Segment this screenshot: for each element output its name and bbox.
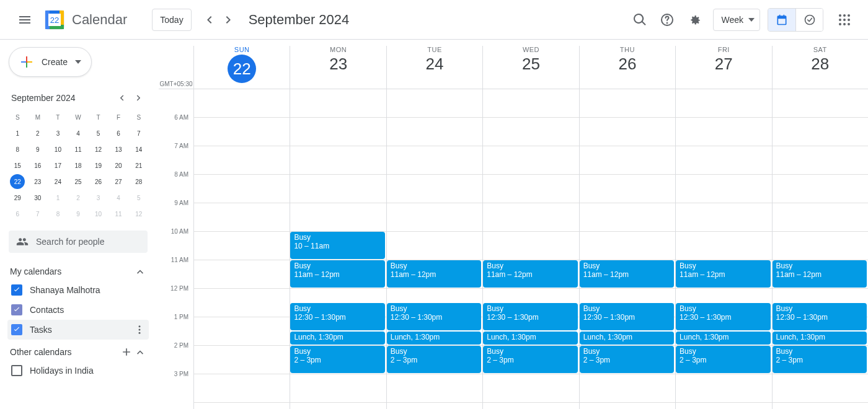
hour-cell[interactable] (773, 175, 868, 203)
calendar-event[interactable]: Lunch, 1:30pm (773, 332, 867, 345)
calendar-event[interactable]: Busy11am – 12pm (580, 260, 674, 288)
hour-cell[interactable] (580, 232, 675, 260)
plus-icon[interactable] (120, 346, 133, 358)
calendar-item[interactable]: Tasks (7, 320, 149, 340)
calendar-item[interactable]: Holidays in India (7, 361, 149, 380)
mini-day[interactable]: 10 (88, 206, 108, 222)
other-calendars-header[interactable]: Other calendars (7, 343, 149, 361)
hour-cell[interactable] (290, 89, 386, 118)
hour-cell[interactable] (483, 146, 578, 175)
hour-cell[interactable] (483, 118, 578, 146)
hour-cell[interactable] (483, 203, 578, 232)
day-number[interactable]: 26 (580, 55, 675, 74)
hour-cell[interactable] (290, 146, 386, 175)
calendar-event[interactable]: Busy2 – 3pm (483, 346, 577, 373)
day-header[interactable]: MON23 (290, 46, 386, 89)
hour-cell[interactable] (194, 89, 290, 118)
hour-cell[interactable] (194, 289, 290, 317)
calendar-event[interactable]: Busy11am – 12pm (290, 260, 384, 288)
search-button[interactable] (627, 7, 652, 32)
hour-cell[interactable] (194, 346, 290, 374)
hour-cell[interactable] (676, 203, 771, 232)
mini-day[interactable]: 20 (108, 157, 129, 174)
create-button[interactable]: Create (9, 47, 92, 77)
mini-day[interactable]: 6 (7, 206, 28, 222)
mini-day[interactable]: 9 (28, 141, 48, 157)
hour-cell[interactable] (483, 374, 578, 403)
hour-cell[interactable] (194, 175, 290, 203)
hour-cell[interactable] (676, 118, 771, 146)
hour-cell[interactable] (290, 175, 386, 203)
settings-button[interactable] (682, 7, 707, 32)
mini-day[interactable]: 28 (128, 174, 149, 190)
prev-week-button[interactable] (199, 10, 219, 30)
mini-day[interactable]: 13 (108, 141, 129, 157)
calendar-event[interactable]: Busy12:30 – 1:30pm (483, 303, 577, 330)
next-week-button[interactable] (219, 10, 239, 30)
hour-cell[interactable] (194, 317, 290, 346)
mini-day[interactable]: 12 (128, 206, 149, 222)
mini-day[interactable]: 1 (48, 190, 68, 206)
hour-cell[interactable] (580, 146, 675, 175)
calendar-event[interactable]: Lunch, 1:30pm (290, 332, 384, 345)
calendar-checkbox[interactable] (11, 365, 22, 376)
hour-cell[interactable] (773, 374, 868, 403)
hour-cell[interactable] (290, 118, 386, 146)
mini-day[interactable]: 4 (68, 125, 89, 141)
calendar-event[interactable]: Busy2 – 3pm (290, 346, 384, 373)
hour-cell[interactable] (483, 175, 578, 203)
mini-day[interactable]: 9 (68, 206, 89, 222)
mini-day[interactable]: 18 (68, 157, 89, 174)
calendar-event[interactable]: Busy2 – 3pm (580, 346, 674, 373)
hour-cell[interactable] (676, 175, 771, 203)
calendar-event[interactable]: Lunch, 1:30pm (676, 332, 770, 345)
mini-day[interactable]: 2 (28, 125, 48, 141)
my-calendars-header[interactable]: My calendars (7, 263, 149, 280)
hour-cell[interactable] (676, 232, 771, 260)
day-number[interactable]: 25 (483, 55, 578, 74)
mini-day[interactable]: 4 (108, 190, 129, 206)
hour-cell[interactable] (387, 118, 482, 146)
hour-cell[interactable] (773, 118, 868, 146)
hour-cell[interactable] (387, 374, 482, 403)
hour-cell[interactable] (194, 203, 290, 232)
mini-day[interactable]: 11 (68, 141, 89, 157)
mini-day[interactable]: 11 (108, 206, 129, 222)
hour-cell[interactable] (773, 89, 868, 118)
day-number[interactable]: 28 (773, 55, 868, 74)
day-column[interactable]: Busy10 – 11amBusy11am – 12pmBusy12:30 – … (290, 89, 386, 409)
mini-day[interactable]: 15 (7, 157, 28, 174)
mini-day[interactable]: 7 (128, 125, 149, 141)
hour-cell[interactable] (773, 146, 868, 175)
hour-cell[interactable] (676, 89, 771, 118)
calendar-checkbox[interactable] (11, 284, 22, 296)
day-number[interactable]: 27 (676, 55, 771, 74)
mini-day[interactable]: 23 (28, 174, 48, 190)
calendar-event[interactable]: Busy12:30 – 1:30pm (387, 303, 481, 330)
hour-cell[interactable] (194, 118, 290, 146)
mini-day[interactable]: 17 (48, 157, 68, 174)
mini-day[interactable]: 5 (128, 190, 149, 206)
support-button[interactable] (655, 7, 680, 32)
mini-day[interactable]: 25 (68, 174, 89, 190)
mini-day[interactable]: 3 (88, 190, 108, 206)
hour-cell[interactable] (387, 203, 482, 232)
hour-cell[interactable] (290, 203, 386, 232)
calendar-event[interactable]: Busy11am – 12pm (676, 260, 770, 288)
calendar-item[interactable]: Shanaya Malhotra (7, 280, 149, 300)
day-header[interactable]: FRI27 (675, 46, 771, 89)
today-button[interactable]: Today (152, 9, 191, 31)
mini-day[interactable]: 3 (48, 125, 68, 141)
day-header[interactable]: WED25 (482, 46, 578, 89)
google-apps-button[interactable] (832, 7, 857, 32)
day-header[interactable]: SUN22 (193, 46, 290, 89)
hour-cell[interactable] (387, 146, 482, 175)
hour-cell[interactable] (387, 232, 482, 260)
day-header[interactable]: SAT28 (772, 46, 868, 89)
hour-cell[interactable] (387, 89, 482, 118)
mini-day[interactable]: 16 (28, 157, 48, 174)
mini-day[interactable]: 1 (7, 125, 28, 141)
calendar-checkbox[interactable] (11, 324, 22, 335)
calendar-event[interactable]: Busy11am – 12pm (387, 260, 481, 288)
search-people-input[interactable]: Search for people (9, 231, 148, 253)
